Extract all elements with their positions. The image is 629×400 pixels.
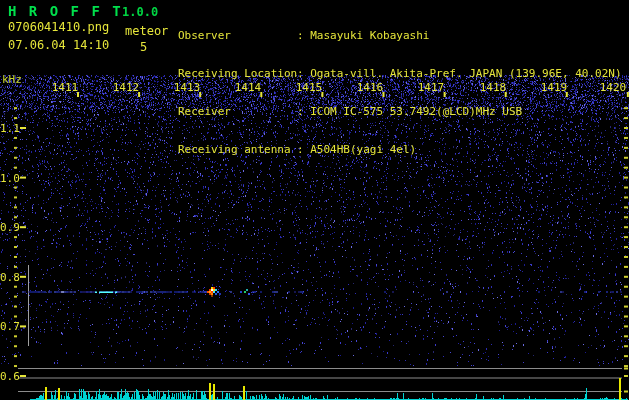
output-filename: 0706041410.png <box>8 20 109 34</box>
freq-tick-label: 1.1 <box>0 122 19 135</box>
time-tick-label: 1414 <box>233 81 263 94</box>
time-tick-label: 1417 <box>416 81 446 94</box>
freq-tick-label: 0.8 <box>0 271 19 284</box>
freq-axis-unit: kHz <box>2 73 22 86</box>
freq-tick-label: 1.0 <box>0 172 19 185</box>
station-label: Observer <box>178 30 297 42</box>
freq-tick-label: 0.7 <box>0 320 19 333</box>
station-value: A504HB(yagi 4el) <box>297 144 416 156</box>
station-row-antenna: Receiving antennaA504HB(yagi 4el) <box>178 144 622 156</box>
time-tick-label: 1420 <box>598 81 628 94</box>
station-value: ICOM IC-575 53.7492(@LCD)MHz USB <box>297 106 522 118</box>
freq-tick-label: 0.9 <box>0 221 19 234</box>
app-version: 1.0.0 <box>122 5 158 19</box>
time-tick-label: 1419 <box>539 81 569 94</box>
time-tick-label: 1413 <box>172 81 202 94</box>
freq-tick-label: 0.6 <box>0 370 19 383</box>
mode-label: meteor <box>125 24 168 38</box>
time-tick-label: 1418 <box>478 81 508 94</box>
station-value: Masayuki Kobayashi <box>297 30 429 42</box>
station-row-location: Receiving LocationOgata-vill. Akita-Pref… <box>178 68 622 80</box>
time-tick-label: 1412 <box>111 81 141 94</box>
station-label: Receiving antenna <box>178 144 297 156</box>
hrofft-window: H R O F F T 1.0.0 0706041410.png meteor … <box>0 0 629 400</box>
station-row-receiver: ReceiverICOM IC-575 53.7492(@LCD)MHz USB <box>178 106 622 118</box>
time-tick-label: 1411 <box>50 81 80 94</box>
observation-datetime: 07.06.04 14:10 <box>8 38 109 52</box>
app-title: H R O F F T <box>8 3 123 19</box>
station-row-observer: ObserverMasayuki Kobayashi <box>178 30 622 42</box>
station-label: Receiver <box>178 106 297 118</box>
station-label: Receiving Location <box>178 68 297 80</box>
meteor-echo-count: 5 <box>140 40 147 54</box>
time-tick-label: 1416 <box>355 81 385 94</box>
station-value: Ogata-vill. Akita-Pref. JAPAN (139.96E, … <box>297 68 622 80</box>
time-tick-label: 1415 <box>294 81 324 94</box>
